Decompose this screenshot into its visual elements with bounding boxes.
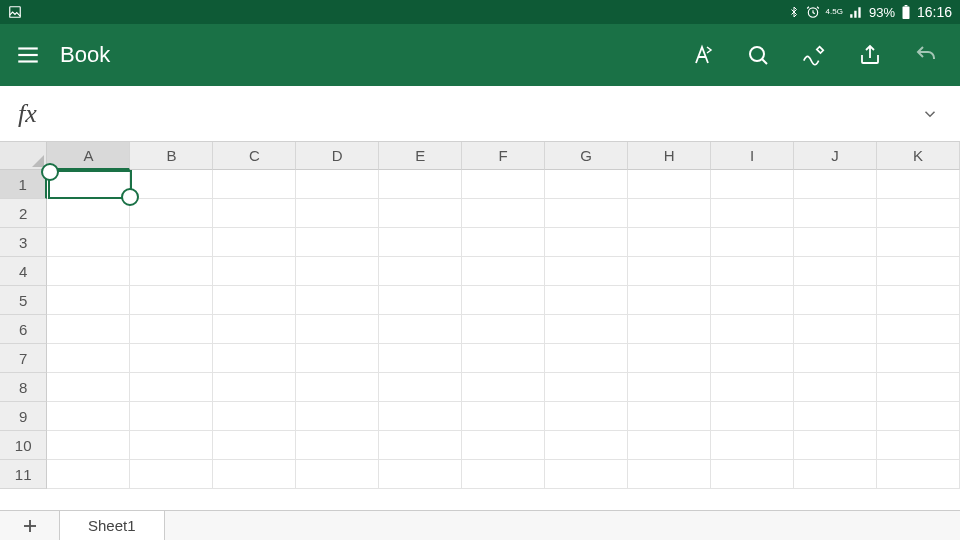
cell[interactable] xyxy=(379,228,462,257)
cell[interactable] xyxy=(379,431,462,460)
cell[interactable] xyxy=(545,460,628,489)
share-icon[interactable] xyxy=(856,41,884,69)
undo-icon[interactable] xyxy=(912,41,940,69)
text-format-icon[interactable] xyxy=(688,41,716,69)
cell[interactable] xyxy=(296,344,379,373)
cell[interactable] xyxy=(711,257,794,286)
cell[interactable] xyxy=(379,170,462,199)
sheet-tab-sheet1[interactable]: Sheet1 xyxy=(60,511,165,540)
add-sheet-button[interactable] xyxy=(0,511,60,540)
row-header-3[interactable]: 3 xyxy=(0,228,47,257)
row-header-8[interactable]: 8 xyxy=(0,373,47,402)
cell[interactable] xyxy=(213,373,296,402)
cell[interactable] xyxy=(628,199,711,228)
cell[interactable] xyxy=(794,431,877,460)
cell[interactable] xyxy=(794,170,877,199)
cell[interactable] xyxy=(545,257,628,286)
cell[interactable] xyxy=(130,402,213,431)
col-header-H[interactable]: H xyxy=(628,142,711,170)
cell[interactable] xyxy=(47,257,130,286)
cell[interactable] xyxy=(130,315,213,344)
cell[interactable] xyxy=(213,257,296,286)
cell[interactable] xyxy=(462,257,545,286)
fx-label[interactable]: fx xyxy=(18,99,37,129)
cell[interactable] xyxy=(462,286,545,315)
cell[interactable] xyxy=(628,315,711,344)
chevron-down-icon[interactable] xyxy=(918,102,942,126)
cell[interactable] xyxy=(545,431,628,460)
cell[interactable] xyxy=(711,402,794,431)
cell[interactable] xyxy=(628,228,711,257)
cell[interactable] xyxy=(213,431,296,460)
cell[interactable] xyxy=(711,344,794,373)
cell[interactable] xyxy=(462,460,545,489)
cell[interactable] xyxy=(462,315,545,344)
cell[interactable] xyxy=(711,228,794,257)
row-header-10[interactable]: 10 xyxy=(0,431,47,460)
cell[interactable] xyxy=(462,199,545,228)
cell[interactable] xyxy=(296,170,379,199)
cell[interactable] xyxy=(462,228,545,257)
formula-input[interactable] xyxy=(53,86,918,141)
select-all-corner[interactable] xyxy=(0,142,47,170)
cell[interactable] xyxy=(711,460,794,489)
cell[interactable] xyxy=(379,373,462,402)
cell[interactable] xyxy=(296,257,379,286)
cell[interactable] xyxy=(213,170,296,199)
cell[interactable] xyxy=(545,402,628,431)
cell[interactable] xyxy=(628,402,711,431)
cell[interactable] xyxy=(130,373,213,402)
cell[interactable] xyxy=(47,199,130,228)
col-header-D[interactable]: D xyxy=(296,142,379,170)
cell[interactable] xyxy=(462,431,545,460)
cell[interactable] xyxy=(877,286,960,315)
cell[interactable] xyxy=(296,460,379,489)
cell[interactable] xyxy=(794,199,877,228)
cell[interactable] xyxy=(47,228,130,257)
cell[interactable] xyxy=(711,199,794,228)
cell[interactable] xyxy=(47,373,130,402)
col-header-B[interactable]: B xyxy=(130,142,213,170)
cell[interactable] xyxy=(545,199,628,228)
cell[interactable] xyxy=(794,344,877,373)
cell[interactable] xyxy=(130,170,213,199)
row-header-2[interactable]: 2 xyxy=(0,199,47,228)
cell[interactable] xyxy=(379,460,462,489)
cell[interactable] xyxy=(545,228,628,257)
col-header-F[interactable]: F xyxy=(462,142,545,170)
cell[interactable] xyxy=(47,402,130,431)
col-header-C[interactable]: C xyxy=(213,142,296,170)
cell[interactable] xyxy=(628,460,711,489)
cell[interactable] xyxy=(794,257,877,286)
row-header-7[interactable]: 7 xyxy=(0,344,47,373)
cell[interactable] xyxy=(794,402,877,431)
document-title[interactable]: Book xyxy=(60,42,670,68)
cell[interactable] xyxy=(130,228,213,257)
cell[interactable] xyxy=(47,431,130,460)
cell[interactable] xyxy=(213,315,296,344)
draw-icon[interactable] xyxy=(800,41,828,69)
cell[interactable] xyxy=(296,286,379,315)
cell[interactable] xyxy=(877,431,960,460)
cell[interactable] xyxy=(296,373,379,402)
cell[interactable] xyxy=(47,315,130,344)
cell[interactable] xyxy=(213,199,296,228)
cell[interactable] xyxy=(628,373,711,402)
cell[interactable] xyxy=(130,344,213,373)
cell[interactable] xyxy=(794,373,877,402)
cell[interactable] xyxy=(379,402,462,431)
cell[interactable] xyxy=(213,344,296,373)
cell[interactable] xyxy=(877,460,960,489)
cell[interactable] xyxy=(213,402,296,431)
cell[interactable] xyxy=(296,402,379,431)
cell[interactable] xyxy=(296,199,379,228)
cell[interactable] xyxy=(545,315,628,344)
col-header-G[interactable]: G xyxy=(545,142,628,170)
cell[interactable] xyxy=(130,460,213,489)
row-header-9[interactable]: 9 xyxy=(0,402,47,431)
cell[interactable] xyxy=(213,228,296,257)
cell[interactable] xyxy=(877,402,960,431)
cell[interactable] xyxy=(379,286,462,315)
cell[interactable] xyxy=(545,286,628,315)
row-header-5[interactable]: 5 xyxy=(0,286,47,315)
